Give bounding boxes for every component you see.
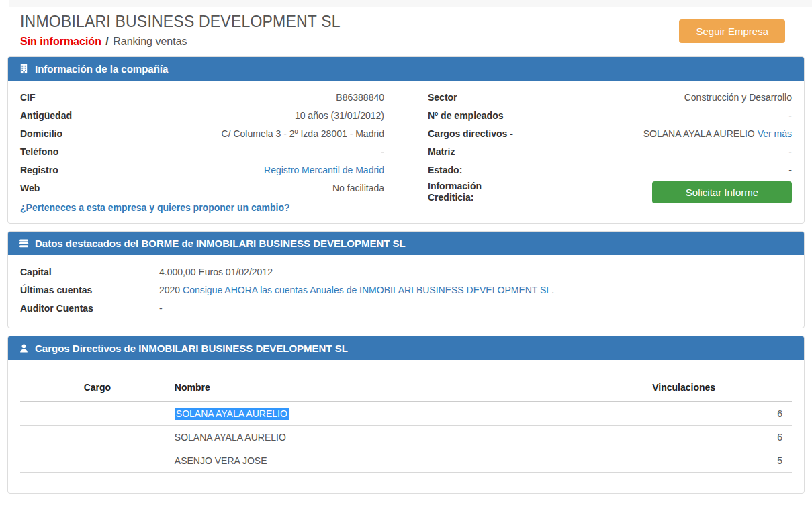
info-row-web: Web No facilitada (20, 179, 384, 197)
follow-company-button[interactable]: Seguir Empresa (679, 19, 785, 43)
database-icon (19, 238, 29, 248)
nombre-cell: ASENJO VERA JOSE (175, 449, 576, 473)
borme-panel-title: Datos destacados del BORME de INMOBILARI… (35, 238, 406, 249)
cargo-cell (20, 402, 175, 426)
info-row-estado: Estado: - (428, 161, 792, 179)
company-info-panel: Información de la compañía CIF B86388840… (7, 56, 805, 224)
request-report-button[interactable]: Solicitar Informe (652, 181, 792, 203)
status-text: Sin información (20, 36, 101, 47)
info-row-sector: Sector Construcción y Desarrollo (428, 89, 792, 107)
empleados-value: - (788, 109, 792, 122)
propose-change-row: ¿Perteneces a esta empresa y quieres pro… (20, 197, 384, 213)
web-label: Web (20, 182, 40, 195)
info-row-registro: Registro Registro Mercantil de Madrid (20, 161, 384, 179)
page-header: INMOBILARI BUSINESS DEVELOPMENT SL Sin i… (0, 7, 812, 56)
person-icon (19, 343, 29, 353)
credito-label: Información Crediticia: (428, 181, 495, 203)
top-strip (9, 0, 812, 7)
info-row-antiguedad: Antigüedad 10 años (31/01/2012) (20, 107, 384, 125)
domicilio-value: C/ Columela 3 - 2º Izda 28001 - Madrid (222, 128, 384, 140)
directors-table: Cargo Nombre Vinculaciones SOLANA AYALA … (20, 376, 792, 473)
selected-director-name: SOLANA AYALA AURELIO (175, 408, 289, 420)
director-name: SOLANA AYALA AURELIO (643, 128, 755, 139)
building-icon (19, 64, 29, 74)
cuentas-anuales-link[interactable]: Consigue AHORA las cuentas Anuales de IN… (183, 285, 554, 295)
directors-table-header-row: Cargo Nombre Vinculaciones (20, 376, 792, 402)
web-value: No facilitada (332, 182, 384, 195)
borme-row-capital: Capital 4.000,00 Euros 01/02/2012 (20, 263, 792, 281)
sector-label: Sector (428, 91, 457, 104)
directors-panel-header: Cargos Directivos de INMOBILARI BUSINESS… (8, 336, 804, 360)
cargos-directivos-label: Cargos directivos - (428, 128, 513, 140)
capital-label: Capital (20, 266, 159, 279)
cargos-directivos-value: SOLANA AYALA AURELIO Ver más (643, 128, 792, 140)
registro-link[interactable]: Registro Mercantil de Madrid (264, 164, 384, 177)
empleados-label: Nº de empleados (428, 109, 503, 122)
info-row-telefono: Teléfono - (20, 143, 384, 161)
nombre-cell: SOLANA AYALA AURELIO (175, 402, 576, 426)
cif-value: B86388840 (336, 91, 384, 104)
registro-label: Registro (20, 164, 58, 177)
directors-panel-title: Cargos Directivos de INMOBILARI BUSINESS… (35, 342, 348, 354)
page-title: INMOBILARI BUSINESS DEVELOPMENT SL (20, 13, 792, 31)
breadcrumb: Sin información / Ranking ventas (20, 36, 792, 48)
telefono-value: - (381, 146, 384, 158)
breadcrumb-separator: / (104, 36, 109, 47)
borme-row-auditor: Auditor Cuentas - (20, 300, 792, 318)
info-row-matriz: Matriz - (428, 143, 792, 161)
info-row-credito: Información Crediticia: Solicitar Inform… (428, 179, 792, 205)
info-row-domicilio: Domicilio C/ Columela 3 - 2º Izda 28001 … (20, 125, 384, 143)
column-header-vinculaciones: Vinculaciones (576, 376, 792, 402)
propose-change-link[interactable]: ¿Perteneces a esta empresa y quieres pro… (20, 202, 289, 213)
estado-label: Estado: (428, 164, 462, 177)
breadcrumb-section: Ranking ventas (113, 36, 187, 47)
capital-value: 4.000,00 Euros 01/02/2012 (159, 266, 273, 279)
table-row: SOLANA AYALA AURELIO 6 (20, 426, 792, 449)
ultimas-cuentas-label: Últimas cuentas (20, 284, 159, 297)
ver-mas-link[interactable]: Ver más (758, 128, 792, 139)
ultimas-cuentas-value: 2020 Consigue AHORA las cuentas Anuales … (159, 284, 554, 297)
info-row-cargos: Cargos directivos - SOLANA AYALA AURELIO… (428, 125, 792, 143)
borme-row-cuentas: Últimas cuentas 2020 Consigue AHORA las … (20, 281, 792, 300)
domicilio-label: Domicilio (20, 128, 62, 140)
cargo-cell (20, 426, 175, 449)
company-info-right-column: Sector Construcción y Desarrollo Nº de e… (428, 89, 792, 213)
antiguedad-label: Antigüedad (20, 109, 72, 122)
estado-value: - (788, 164, 792, 177)
cargo-cell (20, 449, 175, 473)
nombre-cell: SOLANA AYALA AURELIO (175, 426, 576, 449)
sector-value: Construcción y Desarrollo (684, 91, 792, 104)
vinculaciones-cell: 6 (576, 402, 792, 426)
matriz-label: Matriz (428, 146, 455, 158)
column-header-cargo: Cargo (20, 376, 175, 402)
directors-panel: Cargos Directivos de INMOBILARI BUSINESS… (7, 336, 805, 494)
table-row: SOLANA AYALA AURELIO 6 (20, 402, 792, 426)
auditor-label: Auditor Cuentas (20, 302, 159, 315)
matriz-value: - (788, 146, 792, 158)
borme-panel: Datos destacados del BORME de INMOBILARI… (7, 231, 805, 328)
cuentas-year: 2020 (159, 285, 183, 295)
borme-panel-header: Datos destacados del BORME de INMOBILARI… (8, 232, 804, 255)
info-row-cif: CIF B86388840 (20, 89, 384, 107)
company-info-panel-title: Información de la compañía (35, 63, 168, 75)
table-row: ASENJO VERA JOSE 5 (20, 449, 792, 473)
antiguedad-value: 10 años (31/01/2012) (295, 109, 384, 122)
cif-label: CIF (20, 91, 36, 104)
company-info-panel-header: Información de la compañía (8, 57, 804, 81)
telefono-label: Teléfono (20, 146, 58, 158)
info-row-empleados: Nº de empleados - (428, 107, 792, 125)
auditor-value: - (159, 302, 163, 315)
vinculaciones-cell: 5 (576, 449, 792, 473)
vinculaciones-cell: 6 (576, 426, 792, 449)
column-header-nombre: Nombre (175, 376, 576, 402)
company-info-left-column: CIF B86388840 Antigüedad 10 años (31/01/… (20, 89, 384, 213)
